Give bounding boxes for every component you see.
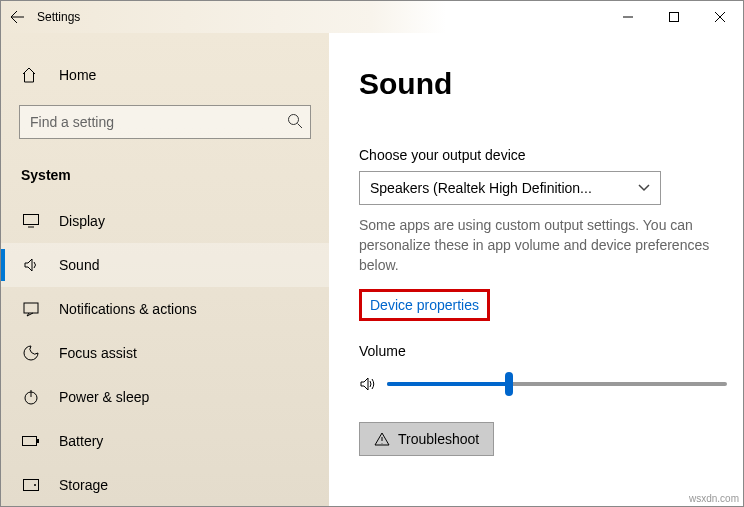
- focus-assist-icon: [21, 345, 41, 361]
- close-icon: [715, 12, 725, 22]
- warning-icon: [374, 432, 390, 446]
- search-input[interactable]: [19, 105, 311, 139]
- sidebar-item-power-sleep[interactable]: Power & sleep: [1, 375, 329, 419]
- storage-icon: [21, 479, 41, 491]
- svg-point-8: [34, 484, 36, 486]
- maximize-button[interactable]: [651, 1, 697, 33]
- slider-fill: [387, 382, 509, 386]
- svg-rect-2: [24, 215, 39, 225]
- display-icon: [21, 214, 41, 228]
- sidebar-item-notifications[interactable]: Notifications & actions: [1, 287, 329, 331]
- svg-rect-7: [24, 480, 39, 491]
- nav-label: Display: [59, 213, 105, 229]
- window-controls: [605, 1, 743, 33]
- window-title: Settings: [37, 10, 80, 24]
- battery-icon: [21, 435, 41, 447]
- dropdown-value: Speakers (Realtek High Definition...: [370, 180, 592, 196]
- back-button[interactable]: [1, 1, 33, 33]
- minimize-icon: [623, 12, 633, 22]
- sound-icon: [21, 257, 41, 273]
- speaker-icon[interactable]: [359, 375, 377, 393]
- maximize-icon: [669, 12, 679, 22]
- svg-rect-5: [23, 437, 37, 446]
- nav-label: Storage: [59, 477, 108, 493]
- notifications-icon: [21, 301, 41, 317]
- home-icon: [21, 67, 41, 83]
- main-panel: Sound Choose your output device Speakers…: [329, 33, 743, 506]
- sidebar-item-battery[interactable]: Battery: [1, 419, 329, 463]
- content-area: Home System Display Sound Notifications …: [1, 33, 743, 506]
- nav-label: Battery: [59, 433, 103, 449]
- troubleshoot-button[interactable]: Troubleshoot: [359, 422, 494, 456]
- volume-slider[interactable]: [387, 382, 727, 386]
- power-icon: [21, 389, 41, 405]
- volume-row: 36: [359, 373, 713, 394]
- nav-label: Sound: [59, 257, 99, 273]
- nav-label: Power & sleep: [59, 389, 149, 405]
- highlight-box: Device properties: [359, 289, 490, 321]
- volume-label: Volume: [359, 343, 713, 359]
- svg-rect-3: [24, 303, 38, 313]
- output-description: Some apps are using custom output settin…: [359, 215, 713, 275]
- output-device-label: Choose your output device: [359, 147, 713, 163]
- sidebar-item-focus-assist[interactable]: Focus assist: [1, 331, 329, 375]
- svg-rect-6: [37, 439, 39, 443]
- sidebar-item-storage[interactable]: Storage: [1, 463, 329, 506]
- chevron-down-icon: [638, 184, 650, 192]
- sidebar-item-display[interactable]: Display: [1, 199, 329, 243]
- nav-label: Focus assist: [59, 345, 137, 361]
- device-properties-link[interactable]: Device properties: [370, 297, 479, 313]
- output-device-dropdown[interactable]: Speakers (Realtek High Definition...: [359, 171, 661, 205]
- section-header: System: [1, 155, 329, 199]
- sidebar: Home System Display Sound Notifications …: [1, 33, 329, 506]
- titlebar: Settings: [1, 1, 743, 33]
- search-field[interactable]: [19, 105, 311, 139]
- minimize-button[interactable]: [605, 1, 651, 33]
- svg-rect-0: [670, 13, 679, 22]
- sidebar-home[interactable]: Home: [1, 55, 329, 95]
- slider-thumb[interactable]: [505, 372, 513, 396]
- sidebar-item-sound[interactable]: Sound: [1, 243, 329, 287]
- arrow-left-icon: [9, 9, 25, 25]
- page-title: Sound: [359, 67, 713, 101]
- troubleshoot-label: Troubleshoot: [398, 431, 479, 447]
- home-label: Home: [59, 67, 96, 83]
- watermark: wsxdn.com: [689, 493, 739, 504]
- close-button[interactable]: [697, 1, 743, 33]
- nav-label: Notifications & actions: [59, 301, 197, 317]
